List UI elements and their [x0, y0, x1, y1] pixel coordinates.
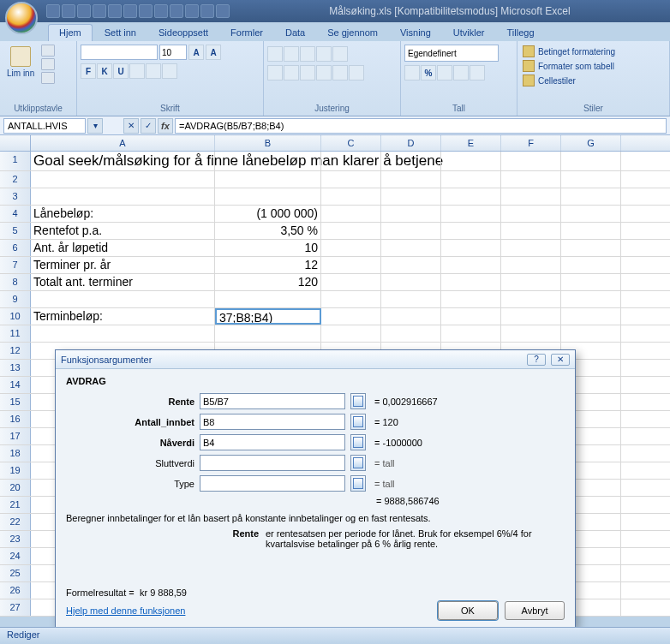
currency-icon[interactable] — [404, 65, 420, 80]
tab-sett-inn[interactable]: Sett inn — [94, 25, 147, 41]
cell-B8[interactable]: 120 — [215, 274, 321, 290]
row-header-7[interactable]: 7 — [0, 257, 31, 273]
row-header-9[interactable]: 9 — [0, 291, 31, 307]
shrink-font-icon[interactable]: A — [206, 45, 221, 60]
cell-A5[interactable]: Rentefot p.a. — [31, 223, 215, 239]
row-header-12[interactable]: 12 — [0, 343, 31, 359]
row-header-27[interactable]: 27 — [0, 599, 31, 616]
cell-A4[interactable]: Lånebeløp: — [31, 206, 215, 222]
tab-visning[interactable]: Visning — [390, 25, 441, 41]
formula-input[interactable]: =AVDRAG(B5/B7;B8;B4) — [175, 118, 667, 134]
conditional-formatting-button[interactable]: Betinget formatering — [521, 45, 666, 58]
bold-button[interactable]: F — [81, 63, 96, 79]
row-header-10[interactable]: 10 — [0, 308, 31, 325]
arg-input-rente[interactable] — [200, 393, 345, 409]
row-header-8[interactable]: 8 — [0, 274, 31, 290]
tab-data[interactable]: Data — [275, 25, 315, 41]
cell-styles-button[interactable]: Cellestiler — [521, 74, 666, 87]
dialog-close-button[interactable]: ✕ — [551, 354, 570, 366]
qat-icon[interactable] — [139, 4, 153, 18]
align-bottom-icon[interactable] — [300, 46, 315, 62]
ref-select-icon[interactable] — [350, 414, 366, 430]
col-header-F[interactable]: F — [501, 135, 561, 151]
format-as-table-button[interactable]: Formater som tabell — [521, 59, 666, 73]
select-all-corner[interactable] — [0, 135, 31, 151]
office-button[interactable] — [5, 2, 38, 34]
align-center-icon[interactable] — [284, 65, 299, 80]
qat-icon[interactable] — [185, 4, 199, 18]
cancel-formula-button[interactable]: ✕ — [123, 118, 139, 134]
arg-input-sluttverdi[interactable] — [200, 455, 345, 471]
arg-input-antall-innbet[interactable] — [200, 414, 345, 430]
col-header-A[interactable]: A — [31, 135, 215, 151]
indent-dec-icon[interactable] — [316, 65, 332, 80]
underline-button[interactable]: U — [113, 63, 129, 79]
cell-A10[interactable]: Terminbeløp: — [31, 308, 215, 325]
font-size-combo[interactable] — [159, 45, 187, 60]
ok-button[interactable]: OK — [438, 601, 498, 620]
row-header-21[interactable]: 21 — [0, 497, 31, 513]
dialog-titlebar[interactable]: Funksjonsargumenter ? ✕ — [56, 350, 575, 369]
font-name-combo[interactable] — [81, 45, 158, 60]
align-middle-icon[interactable] — [284, 46, 299, 62]
qat-redo-icon[interactable] — [77, 4, 91, 18]
dialog-help-button[interactable]: ? — [527, 354, 546, 366]
qat-icon[interactable] — [154, 4, 168, 18]
col-header-G[interactable]: G — [561, 135, 621, 151]
border-icon[interactable] — [129, 63, 145, 79]
cell-A1[interactable]: Goal seek/målsøking for å finne lånebelø… — [31, 152, 215, 170]
italic-button[interactable]: K — [97, 63, 112, 79]
wrap-text-icon[interactable] — [332, 46, 348, 62]
cancel-button[interactable]: Avbryt — [505, 601, 565, 620]
increase-decimal-icon[interactable] — [453, 65, 469, 80]
row-header-26[interactable]: 26 — [0, 582, 31, 599]
row-header-24[interactable]: 24 — [0, 548, 31, 564]
row-header-3[interactable]: 3 — [0, 188, 31, 205]
row-header-6[interactable]: 6 — [0, 240, 31, 256]
cut-icon[interactable] — [41, 45, 55, 57]
name-box-dropdown-icon[interactable]: ▾ — [87, 118, 103, 134]
row-header-15[interactable]: 15 — [0, 394, 31, 410]
decrease-decimal-icon[interactable] — [470, 65, 485, 80]
insert-function-button[interactable]: fx — [158, 118, 173, 134]
indent-inc-icon[interactable] — [332, 65, 348, 80]
qat-undo-icon[interactable] — [62, 4, 75, 18]
tab-utvikler[interactable]: Utvikler — [443, 25, 495, 41]
tab-formler[interactable]: Formler — [220, 25, 273, 41]
qat-icon[interactable] — [170, 4, 183, 18]
row-header-11[interactable]: 11 — [0, 325, 31, 342]
row-header-14[interactable]: 14 — [0, 377, 31, 393]
tab-sideoppsett[interactable]: Sideoppsett — [148, 25, 218, 41]
fill-color-icon[interactable] — [146, 63, 161, 79]
ref-select-icon[interactable] — [350, 393, 366, 409]
row-header-4[interactable]: 4 — [0, 206, 31, 222]
cell-A6[interactable]: Ant. år løpetid — [31, 240, 215, 256]
row-header-20[interactable]: 20 — [0, 480, 31, 496]
merge-icon[interactable] — [349, 65, 364, 80]
percent-icon[interactable]: % — [421, 65, 436, 80]
col-header-E[interactable]: E — [441, 135, 501, 151]
col-header-D[interactable]: D — [381, 135, 441, 151]
qat-icon[interactable] — [108, 4, 122, 18]
comma-icon[interactable] — [437, 65, 452, 80]
align-left-icon[interactable] — [267, 65, 283, 80]
arg-input-naverdi[interactable] — [200, 434, 345, 450]
copy-icon[interactable] — [41, 58, 55, 70]
qat-icon[interactable] — [93, 4, 106, 18]
paste-button[interactable]: Lim inn — [3, 45, 38, 80]
cell-B7[interactable]: 12 — [215, 257, 321, 273]
cell-A8[interactable]: Totalt ant. terminer — [31, 274, 215, 290]
cell-B1[interactable] — [215, 152, 321, 170]
help-link[interactable]: Hjelp med denne funksjonen — [66, 605, 185, 616]
enter-formula-button[interactable]: ✓ — [141, 118, 156, 134]
align-right-icon[interactable] — [300, 65, 315, 80]
align-top-icon[interactable] — [267, 46, 283, 62]
row-header-16[interactable]: 16 — [0, 411, 31, 427]
row-header-18[interactable]: 18 — [0, 445, 31, 462]
number-format-combo[interactable]: Egendefinert — [404, 45, 499, 62]
qat-save-icon[interactable] — [46, 4, 60, 18]
format-painter-icon[interactable] — [41, 72, 55, 84]
orientation-icon[interactable] — [316, 46, 332, 62]
tab-tillegg[interactable]: Tillegg — [497, 25, 545, 41]
row-header-22[interactable]: 22 — [0, 514, 31, 530]
